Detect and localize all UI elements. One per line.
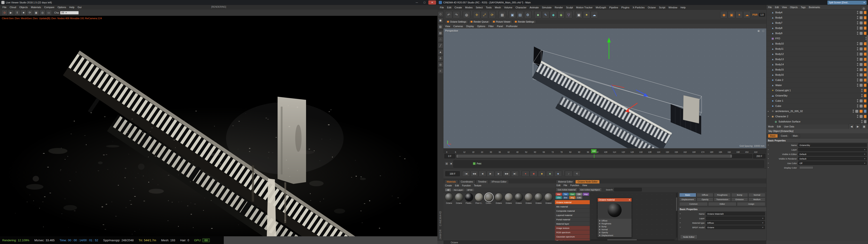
phong-tag-icon[interactable]: [860, 48, 863, 50]
visibility-toggles[interactable]: [857, 11, 858, 14]
tab-timeline[interactable]: Timeline: [476, 180, 489, 183]
tab-main[interactable]: Main: [790, 134, 800, 138]
tab-material-editor[interactable]: Material Editor: [556, 180, 575, 183]
get-active-tag-object-button[interactable]: Get Active tag/object: [579, 188, 602, 191]
visibility-toggles[interactable]: [857, 99, 858, 102]
menu-objects[interactable]: Objects: [788, 6, 799, 9]
color-swatch[interactable]: [798, 166, 867, 169]
render-settings-icon[interactable]: ⚙: [524, 11, 531, 18]
key-position-icon[interactable]: ◆: [538, 171, 546, 177]
menu-options[interactable]: Options: [56, 6, 68, 9]
viewport-label[interactable]: Perspective: [445, 29, 458, 32]
menu-script[interactable]: Script: [657, 6, 667, 9]
toolbar-value-field[interactable]: 1.0: [759, 13, 765, 17]
visibility-toggles[interactable]: [857, 68, 858, 71]
menu-tags[interactable]: Tags: [799, 6, 807, 9]
move-icon[interactable]: ✛: [473, 11, 480, 18]
menu-render-queue[interactable]: Render Queue: [469, 20, 490, 24]
object-row-water[interactable]: ▲Water: [767, 83, 868, 88]
property-tab-common[interactable]: Common: [679, 202, 708, 206]
menu-octane[interactable]: Octane: [646, 6, 657, 9]
lock-icon[interactable]: ▣: [861, 124, 867, 129]
add-light-icon[interactable]: ✶: [583, 11, 590, 18]
key-scale-icon[interactable]: ◆: [546, 171, 554, 177]
node-type-layered-material[interactable]: Layered material: [555, 213, 590, 217]
add-spline-icon[interactable]: ✎: [542, 11, 549, 18]
add-primitive-icon[interactable]: ■: [534, 11, 541, 18]
play-icon[interactable]: ▶: [487, 171, 494, 177]
visibility-toggles[interactable]: [857, 104, 858, 108]
visibility-toggles[interactable]: [857, 115, 858, 118]
material-thumbnail-9[interactable]: Octane: [534, 193, 543, 208]
menu-file[interactable]: File: [438, 6, 445, 9]
timeline-playhead[interactable]: 100: [591, 149, 596, 153]
channel-dropdown[interactable]: FF ▼: [60, 11, 79, 14]
timeline-ruler[interactable]: 0612182430364248546066727884909610210811…: [443, 149, 766, 154]
menu-simulate[interactable]: Simulate: [540, 6, 553, 9]
enable-axis-icon[interactable]: ✛: [438, 56, 443, 61]
object-row-body12[interactable]: ▲Body12: [767, 52, 868, 57]
property-tab-medium[interactable]: Medium: [748, 197, 765, 202]
render-to-picture-viewer-icon[interactable]: ▤: [517, 11, 524, 18]
phong-tag-icon[interactable]: [860, 42, 863, 45]
material-thumbnail-2[interactable]: Plastic..: [464, 193, 473, 208]
search-input[interactable]: [614, 188, 642, 191]
model-mode-icon[interactable]: ◼: [438, 18, 443, 23]
add-sky-icon[interactable]: ☁: [591, 11, 598, 18]
input-name[interactable]: Octane Material3: [706, 212, 765, 216]
track-icon[interactable]: ▤: [445, 161, 449, 165]
property-tab-assign[interactable]: Assign: [737, 202, 765, 206]
dropdown-use-color[interactable]: Off▼: [798, 161, 867, 165]
visibility-toggles[interactable]: [857, 79, 858, 82]
last-tool-icon[interactable]: ▦: [499, 11, 506, 18]
menu-create[interactable]: Create: [453, 6, 464, 9]
menu-function[interactable]: Function: [569, 184, 581, 187]
menu-all[interactable]: All: [445, 188, 452, 191]
object-row-body16[interactable]: ▲Body16: [767, 72, 868, 78]
graph-vertical-scrollbar[interactable]: [676, 193, 677, 238]
menu-mesh[interactable]: Mesh: [493, 6, 502, 9]
cinema4d-titlebar[interactable]: CINEMA 4D R20.057 Studio (RC - R20) - [S…: [437, 0, 868, 5]
menu-bookmarks[interactable]: Bookmarks: [807, 6, 822, 9]
tab-materials[interactable]: Materials: [444, 180, 458, 183]
add-mograph-icon[interactable]: ◆: [550, 11, 557, 18]
object-row-body9[interactable]: ▲Body9: [767, 31, 868, 36]
node-type-portal-material[interactable]: Portal material: [555, 217, 590, 222]
property-tab-editor[interactable]: Editor: [708, 202, 737, 206]
perspective-viewport[interactable]: Perspective Grid Spacing: 10000 mm ▦▢: [443, 28, 766, 148]
sound-icon[interactable]: ♪: [565, 171, 572, 177]
node-type-composite-material[interactable]: Composite material: [555, 209, 590, 213]
preview-range-track[interactable]: [456, 154, 752, 158]
menu-no-layer[interactable]: No Layer: [452, 188, 465, 191]
material-thumbnail-5[interactable]: Octane: [494, 193, 503, 208]
menu-render-settings[interactable]: Render Settings: [513, 20, 536, 24]
node-port-normal[interactable]: Normal: [598, 228, 631, 231]
material-thumbnail-1[interactable]: Octane: [454, 193, 464, 208]
property-tab-emission[interactable]: Emission: [731, 197, 748, 202]
visibility-toggles[interactable]: [857, 53, 858, 56]
phong-tag-icon[interactable]: [855, 110, 858, 113]
material-thumbnail-7[interactable]: Octane: [514, 193, 523, 208]
prev-key-icon[interactable]: ◀◀: [470, 171, 478, 177]
stop-icon[interactable]: ■: [21, 10, 26, 16]
menu-file[interactable]: File: [1, 6, 8, 9]
phong-tag-icon[interactable]: [860, 115, 863, 118]
node-port-roughness[interactable]: Roughness: [598, 222, 631, 225]
camera-sync-icon[interactable]: ◎: [39, 10, 45, 16]
power-icon[interactable]: ⊙: [2, 10, 7, 16]
phong-tag-icon[interactable]: [860, 58, 863, 61]
node-type-material-layer[interactable]: Material layer: [555, 222, 590, 226]
live-selection-icon[interactable]: ◎: [463, 11, 470, 18]
category-chn[interactable]: Chn: [556, 196, 562, 199]
property-tab-opacity[interactable]: Opacity: [697, 197, 714, 202]
dropdown-layer[interactable]: ▼: [706, 216, 765, 220]
material-thumbnail-6[interactable]: Octane: [504, 193, 513, 208]
polygons-mode-icon[interactable]: ▲: [438, 49, 443, 55]
menu-edit[interactable]: Edit: [555, 184, 562, 187]
object-row-body10[interactable]: ▲Body10: [767, 41, 868, 46]
menu-tools[interactable]: Tools: [484, 6, 493, 9]
texture-mode-icon[interactable]: ▨: [438, 24, 443, 29]
minimize-icon[interactable]: —: [413, 0, 421, 4]
prev-frame-icon[interactable]: ◀: [478, 171, 486, 177]
add-camera-icon[interactable]: ▣: [575, 11, 583, 18]
